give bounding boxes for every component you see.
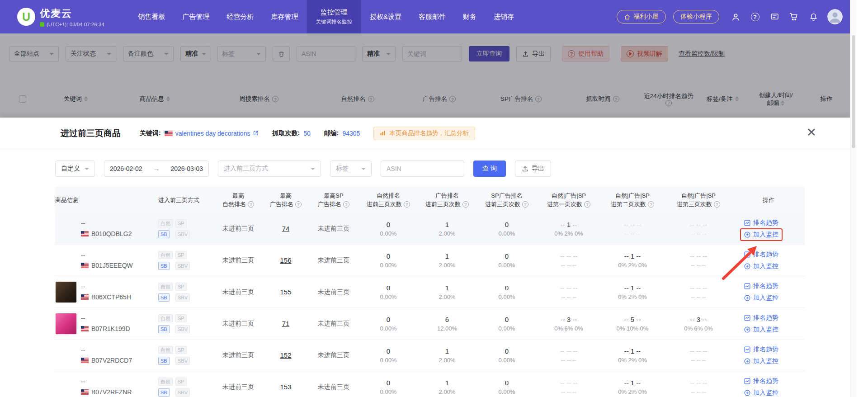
product-thumbnail[interactable] [55, 376, 77, 397]
add-monitor-link[interactable]: 加入监控 [744, 326, 778, 334]
nav-item-business-analysis[interactable]: 经营分析 [218, 0, 263, 33]
chevron-down-icon [85, 168, 89, 172]
product-thumbnail[interactable] [55, 281, 77, 303]
rank-trend-link[interactable]: 排名趋势 [744, 345, 778, 354]
best-ad-rank-value[interactable]: 152 [280, 351, 291, 359]
best-ad-rank-value[interactable]: 74 [282, 225, 290, 232]
modal-header: 进过前三页商品 关键词: valentines day decorations … [0, 118, 850, 149]
nav-item-customer-email[interactable]: 客服邮件 [410, 0, 454, 33]
info-icon[interactable]: ? [343, 201, 349, 208]
add-monitor-link[interactable]: 加入监控 [744, 357, 778, 365]
modal-query-button[interactable]: 查 询 [473, 161, 506, 177]
date-range-picker[interactable]: 2026-02-02 → 2026-03-03 [104, 161, 209, 177]
nav-item-purchase-sales-stock[interactable]: 进销存 [485, 0, 523, 33]
zip-value[interactable]: 94305 [342, 130, 360, 137]
main-menu: 销售看板 广告管理 经营分析 库存管理 监控管理 关键词排名监控 授权&设置 客… [130, 0, 523, 33]
product-asin[interactable]: B010QDBLG2 [91, 230, 132, 237]
nav-item-finance[interactable]: 财务 [454, 0, 485, 33]
add-monitor-link[interactable]: 加入监控 [740, 228, 783, 241]
best-ad-rank-value[interactable]: 155 [280, 288, 291, 296]
entry-mode-select[interactable]: 进入前三页方式 [218, 161, 321, 177]
nav-item-ad-management[interactable]: 广告管理 [174, 0, 218, 33]
product-info-cell: -- B01J5EEEQW [55, 245, 158, 276]
rank-trend-link[interactable]: 排名趋势 [744, 219, 778, 227]
help-icon[interactable]: ? [750, 11, 760, 22]
page2-count-cell: -- -- ---- -- -- [600, 213, 665, 244]
summary-analysis-button[interactable]: 本页商品排名趋势，汇总分析 [373, 127, 475, 140]
page-scrollbar[interactable] [850, 0, 856, 397]
us-flag-icon [81, 294, 89, 300]
add-monitor-link[interactable]: 加入监控 [744, 262, 778, 270]
info-icon[interactable]: ? [248, 201, 254, 208]
product-info-cell: -- B07V2RFZNR [55, 371, 158, 397]
logo[interactable]: U 优麦云 (UTC+1): 03/04 07:26:34 [17, 7, 104, 27]
notification-bell-icon[interactable] [808, 11, 819, 22]
nav-item-inventory-management[interactable]: 库存管理 [263, 0, 307, 33]
cart-icon[interactable] [788, 11, 799, 22]
info-icon[interactable]: ? [295, 201, 302, 208]
info-icon[interactable]: ? [462, 201, 469, 208]
modal-close-button[interactable]: ✕ [806, 127, 816, 139]
miniapp-button[interactable]: 体验小程序 [673, 10, 719, 24]
best-natural-rank-cell: 未进前三页 [213, 245, 263, 276]
actions-cell: 排名趋势 加入监控 [732, 340, 805, 371]
product-thumbnail[interactable] [55, 250, 77, 271]
external-link-icon [253, 130, 259, 136]
info-icon[interactable]: ? [404, 201, 410, 208]
entry-badge-sp: SP [175, 346, 187, 354]
trend-chart-icon [744, 346, 750, 353]
actions-cell: 排名趋势 加入监控 [732, 245, 805, 276]
modal-tag-select[interactable]: 标签 [330, 161, 372, 177]
scrollbar-thumb[interactable] [852, 35, 855, 148]
page3-count-cell: -- -- ---- -- -- [665, 340, 732, 371]
product-asin[interactable]: B06XCTP65H [91, 293, 131, 301]
nav-item-monitoring-management[interactable]: 监控管理 关键词排名监控 [307, 0, 362, 33]
product-row: -- B07V2RFZNR 自然SPSBSBV 未进前三页 153 未进前三页 … [55, 371, 805, 397]
entry-mode-cell: 自然SPSBSBV [158, 213, 213, 244]
customer-service-icon[interactable] [730, 11, 741, 22]
entry-badge-sb: SB [158, 230, 170, 238]
info-icon[interactable]: ? [522, 201, 528, 208]
info-icon[interactable]: ? [584, 201, 590, 208]
add-monitor-link[interactable]: 加入监控 [744, 389, 778, 397]
keyword-link[interactable]: valentines day decorations [165, 130, 259, 137]
page2-count-cell: -- 1 --0% 2% 0% [600, 340, 665, 371]
range-type-select[interactable]: 自定义 [55, 161, 95, 177]
add-monitor-link[interactable]: 加入监控 [744, 294, 778, 302]
modal-export-button[interactable]: 导出 [515, 161, 551, 177]
info-icon[interactable]: ? [648, 201, 654, 208]
entry-badges: 自然SPSBSBV [158, 378, 190, 397]
rank-trend-link[interactable]: 排名趋势 [744, 250, 778, 259]
modal-backdrop[interactable] [0, 33, 850, 118]
rank-trend-link[interactable]: 排名趋势 [744, 282, 778, 290]
product-asin[interactable]: B07V2RFZNR [91, 388, 132, 396]
feedback-icon[interactable] [769, 11, 780, 22]
product-asin[interactable]: B07R1K199D [91, 325, 130, 332]
product-asin[interactable]: B07V2RDCD7 [91, 357, 132, 364]
entry-badge-sp: SP [175, 283, 187, 291]
best-ad-rank-value[interactable]: 156 [280, 256, 291, 264]
user-avatar[interactable] [827, 9, 843, 24]
rank-trend-link[interactable]: 排名趋势 [744, 314, 778, 322]
entry-badge-sb: SB [158, 325, 170, 333]
nav-item-auth-settings[interactable]: 授权&设置 [361, 0, 410, 33]
product-thumbnail[interactable] [55, 218, 77, 240]
best-ad-rank-cell: 152 [263, 340, 308, 371]
entry-badge-sbv: SBV [175, 388, 190, 397]
product-thumbnail[interactable] [55, 345, 77, 366]
entry-badges: 自然SPSBSBV [158, 283, 190, 302]
welfare-house-button[interactable]: 福利小屋 [617, 10, 666, 24]
entry-mode-cell: 自然SPSBSBV [158, 308, 213, 339]
modal-asin-input[interactable] [381, 161, 464, 177]
product-thumbnail[interactable] [55, 313, 77, 335]
nav-item-sales-dashboard[interactable]: 销售看板 [130, 0, 174, 33]
best-ad-rank-value[interactable]: 71 [282, 320, 290, 327]
best-ad-rank-value[interactable]: 153 [280, 383, 291, 391]
product-asin[interactable]: B01J5EEEQW [91, 262, 133, 269]
crawl-count-value[interactable]: 50 [303, 130, 311, 137]
product-name: -- [81, 315, 130, 322]
entry-badges: 自然SPSBSBV [158, 314, 190, 333]
rank-trend-link[interactable]: 排名趋势 [744, 377, 778, 385]
info-icon[interactable]: ? [714, 201, 720, 208]
entry-badge-sbv: SBV [175, 230, 190, 238]
